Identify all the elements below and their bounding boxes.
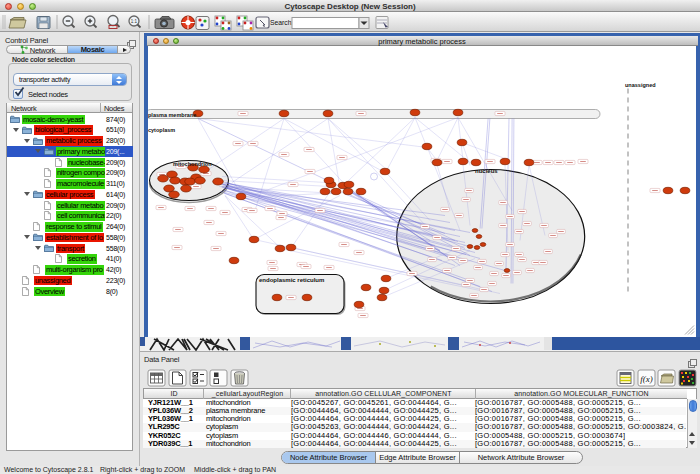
svg-text:endoplasmic reticulum: endoplasmic reticulum bbox=[259, 277, 324, 283]
svg-text:cytoplasm: cytoplasm bbox=[148, 127, 175, 133]
svg-text:Search:: Search: bbox=[270, 19, 294, 26]
svg-text:nucleus: nucleus bbox=[475, 168, 498, 174]
svg-text:plasma membrane: plasma membrane bbox=[148, 112, 196, 118]
svg-text:f(x): f(x) bbox=[640, 374, 653, 384]
svg-text:mitochondrion: mitochondrion bbox=[173, 161, 212, 167]
svg-text:1:1: 1:1 bbox=[131, 19, 138, 24]
svg-text:unassigned: unassigned bbox=[625, 82, 656, 88]
